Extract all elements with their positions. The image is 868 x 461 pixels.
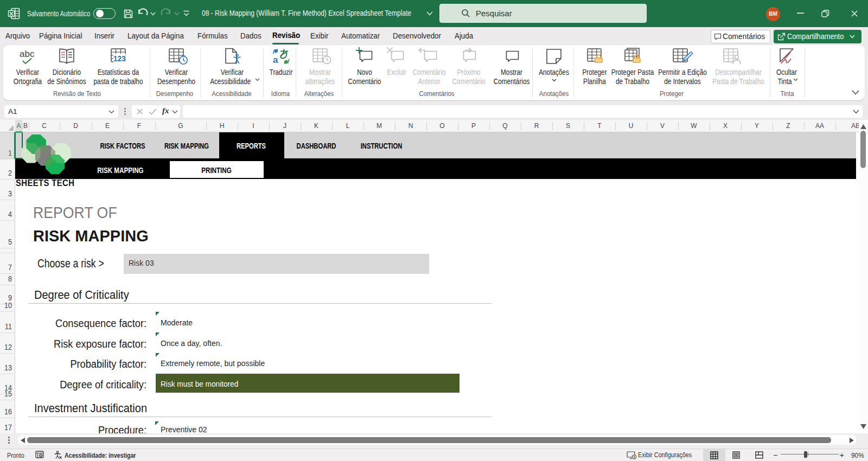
svg-text:a: a bbox=[273, 55, 278, 65]
